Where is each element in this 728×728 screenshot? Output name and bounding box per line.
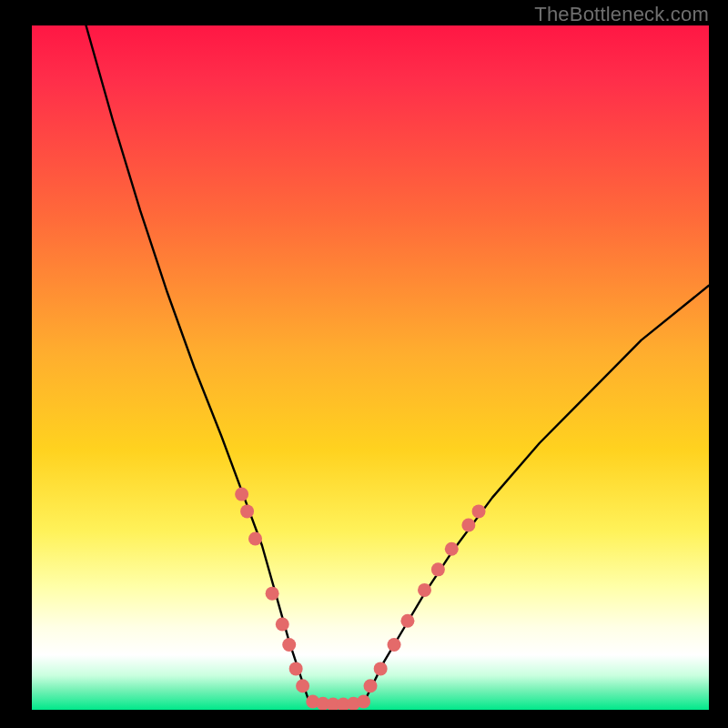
marker-dot-bottom xyxy=(357,694,370,708)
marker-dot-right xyxy=(364,679,378,693)
gradient-background xyxy=(32,25,709,710)
marker-dot-left xyxy=(235,488,248,501)
marker-dot-right xyxy=(472,504,486,518)
marker-dot-right xyxy=(431,562,445,576)
marker-dot-left xyxy=(289,662,303,675)
marker-dot-left xyxy=(276,618,289,632)
marker-dot-left xyxy=(248,532,262,546)
marker-dot-right xyxy=(374,662,388,675)
marker-dot-left xyxy=(296,679,309,693)
outer-frame: TheBottleneck.com xyxy=(0,0,728,728)
marker-dot-left xyxy=(266,587,279,601)
chart-svg xyxy=(32,25,709,710)
marker-dot-right xyxy=(418,583,431,597)
marker-dot-right xyxy=(445,542,459,556)
marker-dot-right xyxy=(461,518,475,531)
marker-dot-right xyxy=(388,638,401,652)
marker-dot-left xyxy=(240,504,254,518)
marker-dot-right xyxy=(400,614,414,628)
plot-area xyxy=(32,25,709,710)
marker-dot-left xyxy=(282,638,296,652)
watermark-text: TheBottleneck.com xyxy=(534,3,709,26)
